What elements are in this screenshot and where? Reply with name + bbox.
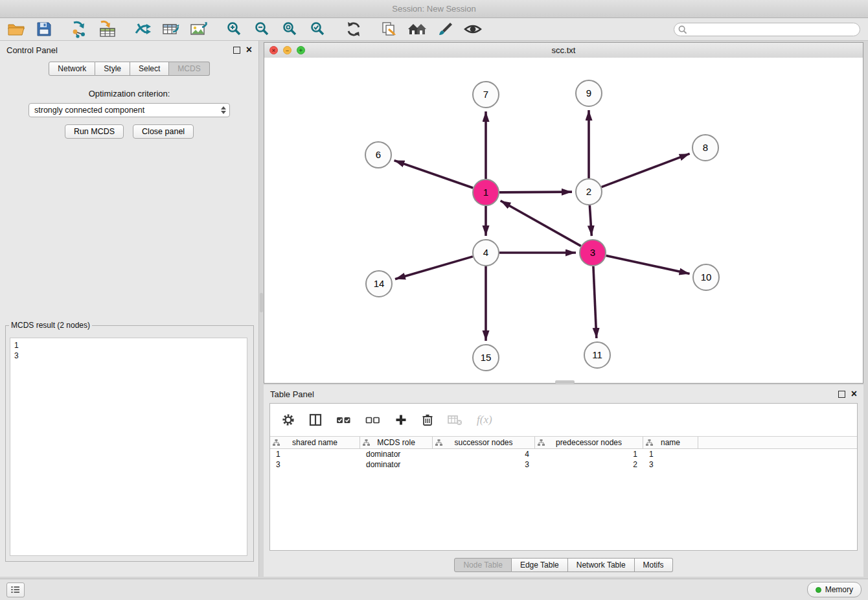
column-header-name[interactable]: name bbox=[643, 437, 698, 448]
float-table-panel-icon[interactable] bbox=[838, 391, 845, 398]
node-10[interactable]: 10 bbox=[693, 264, 719, 290]
refresh-view-icon[interactable] bbox=[343, 19, 365, 39]
edge-3-to-10[interactable] bbox=[606, 255, 690, 273]
search-field bbox=[674, 23, 860, 36]
tab-motifs[interactable]: Motifs bbox=[635, 558, 673, 572]
vertical-splitter-grip[interactable] bbox=[260, 293, 263, 312]
table-row[interactable]: 1dominator411 bbox=[270, 449, 857, 459]
table-toolbar: f(x) bbox=[270, 404, 857, 436]
table-cell: 3 bbox=[433, 459, 535, 470]
tab-select[interactable]: Select bbox=[130, 62, 169, 76]
show-hide-eye-icon[interactable] bbox=[462, 19, 484, 39]
horizontal-splitter-grip[interactable] bbox=[555, 380, 575, 384]
svg-text:10: 10 bbox=[701, 271, 712, 283]
import-table-icon[interactable] bbox=[97, 19, 119, 39]
network-canvas[interactable]: 7968124314101511 bbox=[264, 58, 863, 383]
export-table-icon[interactable] bbox=[160, 19, 182, 39]
close-table-panel-icon[interactable]: × bbox=[851, 389, 857, 398]
search-input[interactable] bbox=[674, 23, 860, 36]
window-minimize-icon[interactable]: – bbox=[283, 46, 291, 54]
node-4[interactable]: 4 bbox=[473, 240, 499, 266]
copy-files-icon[interactable] bbox=[378, 19, 400, 39]
node-2[interactable]: 2 bbox=[576, 179, 602, 205]
window-titlebar: Session: New Session bbox=[0, 0, 868, 18]
svg-text:1: 1 bbox=[483, 187, 488, 198]
table-row[interactable]: 3dominator323 bbox=[270, 459, 857, 470]
edge-1-to-2[interactable] bbox=[499, 192, 572, 192]
svg-text:11: 11 bbox=[592, 349, 602, 360]
export-image-icon[interactable] bbox=[188, 19, 210, 39]
svg-text:15: 15 bbox=[481, 352, 492, 363]
column-header-shared-name[interactable]: shared name bbox=[270, 437, 360, 448]
node-9[interactable]: 9 bbox=[576, 80, 602, 106]
svg-text:8: 8 bbox=[703, 142, 708, 153]
style-brush-icon[interactable] bbox=[434, 19, 456, 39]
network-graph[interactable]: 7968124314101511 bbox=[264, 58, 863, 383]
svg-text:7: 7 bbox=[483, 89, 488, 100]
task-history-button[interactable] bbox=[6, 583, 25, 597]
criterion-dropdown[interactable]: strongly connected component bbox=[29, 103, 230, 117]
edge-4-to-14[interactable] bbox=[395, 257, 473, 279]
table-cell: 1 bbox=[643, 449, 698, 459]
deselect-all-icon[interactable] bbox=[365, 414, 380, 426]
close-panel-icon[interactable]: × bbox=[246, 45, 252, 54]
float-panel-icon[interactable] bbox=[233, 47, 240, 54]
network-arrows-icon[interactable] bbox=[132, 19, 154, 39]
edge-3-to-11[interactable] bbox=[593, 266, 597, 338]
node-1[interactable]: 1 bbox=[473, 179, 499, 205]
close-panel-button[interactable]: Close panel bbox=[133, 124, 194, 139]
node-8[interactable]: 8 bbox=[692, 135, 718, 161]
node-3[interactable]: 3 bbox=[580, 240, 606, 266]
save-session-icon[interactable] bbox=[33, 19, 55, 39]
mcds-result-fieldset: MCDS result (2 nodes) 13 bbox=[5, 321, 254, 562]
tab-mcds[interactable]: MCDS bbox=[169, 62, 209, 76]
svg-text:4: 4 bbox=[483, 247, 488, 258]
show-columns-icon[interactable] bbox=[309, 413, 322, 426]
tab-style[interactable]: Style bbox=[95, 62, 130, 76]
node-7[interactable]: 7 bbox=[473, 82, 499, 108]
edge-2-to-3[interactable] bbox=[589, 205, 591, 236]
table-cell: dominator bbox=[360, 449, 433, 459]
import-network-icon[interactable] bbox=[69, 19, 91, 39]
settings-gear-icon[interactable] bbox=[282, 413, 295, 426]
home-icon[interactable] bbox=[406, 19, 428, 39]
tab-edge-table[interactable]: Edge Table bbox=[512, 558, 568, 572]
memory-button[interactable]: Memory bbox=[807, 582, 862, 597]
node-14[interactable]: 14 bbox=[366, 271, 392, 297]
edge-3-to-1[interactable] bbox=[501, 201, 581, 246]
column-header-successor-nodes[interactable]: successor nodes bbox=[433, 437, 535, 448]
node-table-container: f(x) shared nameMCDS rolesuccessor nodes… bbox=[269, 403, 858, 551]
mcds-result-box[interactable]: 13 bbox=[10, 338, 247, 556]
zoom-fit-icon[interactable] bbox=[279, 19, 301, 39]
svg-text:3: 3 bbox=[590, 247, 595, 258]
tab-network-table[interactable]: Network Table bbox=[568, 558, 635, 572]
tab-node-table[interactable]: Node Table bbox=[454, 558, 512, 572]
column-header-predecessor-nodes[interactable]: predecessor nodes bbox=[535, 437, 643, 448]
window-close-icon[interactable]: × bbox=[269, 46, 278, 54]
select-all-icon[interactable] bbox=[336, 414, 351, 426]
node-11[interactable]: 11 bbox=[584, 342, 610, 368]
edge-1-to-6[interactable] bbox=[394, 161, 474, 188]
delete-entry-icon[interactable] bbox=[422, 413, 433, 426]
network-window-titlebar: scc.txt × – + bbox=[264, 43, 863, 58]
svg-text:9: 9 bbox=[586, 87, 591, 98]
edge-2-to-8[interactable] bbox=[602, 154, 690, 187]
node-15[interactable]: 15 bbox=[473, 345, 499, 371]
window-zoom-icon[interactable]: + bbox=[297, 46, 305, 54]
zoom-in-icon[interactable] bbox=[223, 19, 246, 39]
criterion-dropdown-value: strongly connected component bbox=[34, 106, 144, 115]
node-table-body: 1dominator4113dominator323 bbox=[270, 449, 857, 470]
node-6[interactable]: 6 bbox=[365, 142, 391, 168]
column-header-mcds-role[interactable]: MCDS role bbox=[360, 437, 433, 448]
control-panel-header: Control Panel × bbox=[0, 41, 258, 59]
main-toolbar bbox=[0, 18, 868, 41]
zoom-out-icon[interactable] bbox=[251, 19, 273, 39]
run-mcds-button[interactable]: Run MCDS bbox=[65, 124, 124, 139]
tab-network[interactable]: Network bbox=[49, 62, 95, 76]
add-entry-icon[interactable] bbox=[394, 413, 407, 426]
memory-button-label: Memory bbox=[825, 585, 853, 594]
open-session-icon[interactable] bbox=[5, 19, 27, 39]
table-cell: 2 bbox=[535, 459, 643, 470]
dropdown-arrows-icon bbox=[221, 106, 226, 114]
zoom-selected-icon[interactable] bbox=[307, 19, 329, 39]
